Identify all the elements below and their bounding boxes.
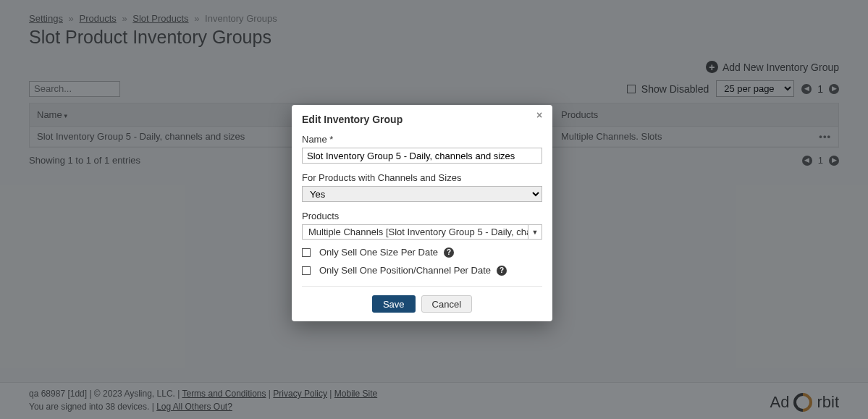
products-label: Products <box>302 211 542 221</box>
help-icon[interactable]: ? <box>444 247 454 258</box>
name-input[interactable] <box>302 148 542 164</box>
save-button[interactable]: Save <box>372 295 416 313</box>
name-label: Name * <box>302 134 542 145</box>
edit-inventory-group-modal: Edit Inventory Group × Name * For Produc… <box>292 105 552 321</box>
channels-sizes-select[interactable]: Yes <box>302 186 542 202</box>
cancel-button[interactable]: Cancel <box>421 295 472 313</box>
products-combobox-input[interactable]: Multiple Channels [Slot Inventory Group … <box>302 224 528 240</box>
only-one-position-checkbox[interactable] <box>302 266 311 275</box>
only-one-size-label: Only Sell One Size Per Date <box>319 247 438 258</box>
channels-sizes-label: For Products with Channels and Sizes <box>302 172 542 183</box>
modal-title: Edit Inventory Group <box>302 114 403 125</box>
help-icon[interactable]: ? <box>497 266 507 276</box>
products-combobox-toggle[interactable]: ▼ <box>528 224 542 240</box>
only-one-position-label: Only Sell One Position/Channel Per Date <box>319 265 491 276</box>
products-combobox[interactable]: Multiple Channels [Slot Inventory Group … <box>302 224 542 240</box>
only-one-size-checkbox[interactable] <box>302 248 311 257</box>
modal-close-button[interactable]: × <box>536 109 545 118</box>
